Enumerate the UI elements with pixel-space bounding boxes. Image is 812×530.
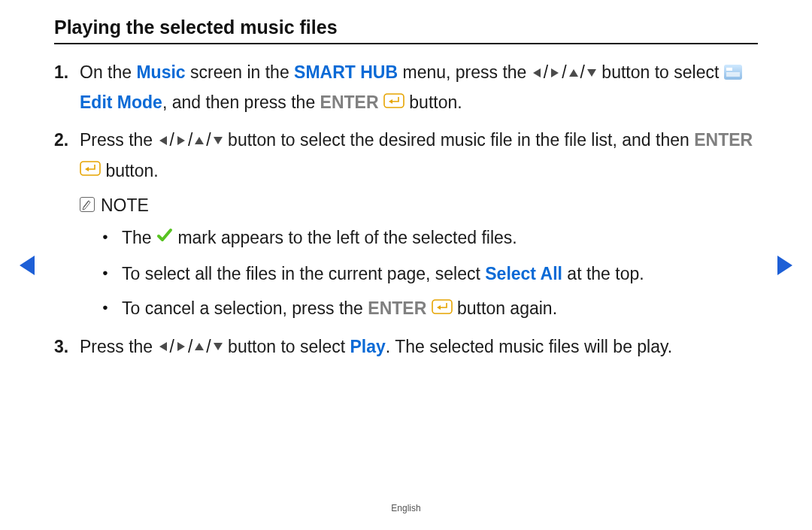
enter-icon bbox=[432, 294, 453, 323]
step-2: Press the /// button to select the desir… bbox=[54, 126, 758, 324]
text-enter: ENTER bbox=[368, 298, 426, 318]
text: Press the bbox=[80, 337, 158, 356]
next-page-button[interactable] bbox=[776, 254, 795, 277]
separator: / bbox=[560, 58, 568, 87]
text: To select all the files in the current p… bbox=[122, 264, 485, 283]
dpad-up-icon bbox=[194, 332, 205, 361]
note-icon bbox=[80, 197, 95, 212]
dpad-left-icon bbox=[158, 126, 168, 155]
text: button. bbox=[105, 161, 158, 180]
dpad-up-icon bbox=[568, 58, 579, 87]
text: To cancel a selection, press the bbox=[122, 298, 368, 318]
svg-rect-4 bbox=[384, 94, 404, 108]
dpad-down-icon bbox=[586, 58, 597, 87]
separator: / bbox=[205, 332, 212, 362]
dpad-right-icon bbox=[176, 126, 186, 155]
page-title: Playing the selected music files bbox=[54, 17, 758, 44]
separator: / bbox=[579, 58, 586, 87]
svg-marker-7 bbox=[85, 167, 89, 171]
text-music: Music bbox=[136, 62, 185, 82]
text-smart-hub: SMART HUB bbox=[294, 62, 398, 82]
separator: / bbox=[205, 126, 212, 155]
svg-marker-9 bbox=[437, 305, 441, 310]
note-item-1: The mark appears to the left of the sele… bbox=[102, 223, 758, 253]
text: . The selected music files will be play. bbox=[386, 337, 672, 356]
step-3: Press the /// button to select Play. The… bbox=[54, 332, 758, 362]
svg-marker-11 bbox=[777, 256, 792, 275]
dpad-right-icon bbox=[550, 58, 560, 87]
note-label: NOTE bbox=[101, 191, 149, 220]
dpad-right-icon bbox=[176, 332, 186, 361]
text: button again. bbox=[457, 298, 557, 318]
prev-page-button[interactable] bbox=[17, 254, 36, 277]
enter-icon bbox=[383, 88, 404, 117]
svg-marker-10 bbox=[20, 256, 35, 275]
text: button. bbox=[409, 92, 462, 112]
text: The bbox=[122, 228, 156, 247]
text: button to select bbox=[601, 62, 723, 82]
text: , and then press the bbox=[162, 92, 320, 112]
note-item-2: To select all the files in the current p… bbox=[102, 259, 758, 289]
enter-icon bbox=[80, 156, 101, 185]
text: screen in the bbox=[186, 62, 294, 82]
dpad-down-icon bbox=[213, 126, 223, 155]
step-1: On the Music screen in the SMART HUB men… bbox=[54, 58, 758, 118]
dpad-down-icon bbox=[213, 332, 223, 361]
check-icon bbox=[156, 223, 173, 252]
separator: / bbox=[542, 58, 550, 87]
text-play: Play bbox=[350, 337, 386, 356]
text-select-all: Select All bbox=[485, 264, 562, 283]
svg-rect-8 bbox=[432, 300, 452, 313]
edit-mode-icon bbox=[724, 65, 742, 80]
separator: / bbox=[186, 126, 194, 155]
dpad-left-icon bbox=[158, 332, 168, 361]
text: Press the bbox=[80, 130, 158, 150]
text: button to select bbox=[228, 337, 350, 356]
text: button to select the desired music file … bbox=[228, 130, 694, 150]
dpad-left-icon bbox=[532, 58, 542, 87]
text-edit-mode: Edit Mode bbox=[80, 92, 162, 112]
text-enter: ENTER bbox=[320, 92, 379, 112]
text: menu, press the bbox=[398, 62, 532, 82]
note-item-3: To cancel a selection, press the ENTER b… bbox=[102, 294, 758, 324]
text: at the top. bbox=[562, 264, 644, 283]
separator: / bbox=[168, 332, 176, 362]
separator: / bbox=[186, 332, 194, 362]
note-header: NOTE bbox=[80, 191, 758, 220]
dpad-up-icon bbox=[194, 126, 205, 155]
svg-marker-5 bbox=[389, 99, 392, 104]
text: mark appears to the left of the selected… bbox=[177, 228, 517, 247]
text: On the bbox=[80, 62, 136, 82]
footer-language: English bbox=[0, 503, 812, 513]
svg-rect-6 bbox=[80, 162, 100, 175]
separator: / bbox=[168, 126, 176, 155]
text-enter: ENTER bbox=[694, 130, 753, 150]
